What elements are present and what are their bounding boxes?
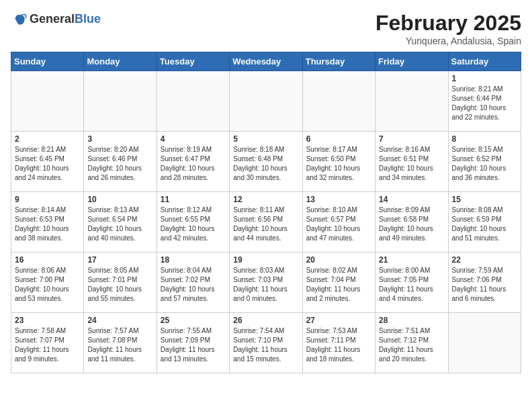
day-info: Sunrise: 8:14 AM Sunset: 6:53 PM Dayligh… <box>15 205 80 243</box>
day-cell: 12Sunrise: 8:11 AM Sunset: 6:56 PM Dayli… <box>230 192 302 253</box>
day-info: Sunrise: 8:11 AM Sunset: 6:56 PM Dayligh… <box>233 205 298 243</box>
day-info: Sunrise: 7:53 AM Sunset: 7:11 PM Dayligh… <box>306 326 371 364</box>
day-cell: 24Sunrise: 7:57 AM Sunset: 7:08 PM Dayli… <box>84 313 157 373</box>
day-cell: 6Sunrise: 8:17 AM Sunset: 6:50 PM Daylig… <box>302 132 375 192</box>
weekday-header-wednesday: Wednesday <box>230 52 302 71</box>
day-info: Sunrise: 8:13 AM Sunset: 6:54 PM Dayligh… <box>87 205 152 243</box>
day-cell: 25Sunrise: 7:55 AM Sunset: 7:09 PM Dayli… <box>157 313 229 373</box>
day-cell: 14Sunrise: 8:09 AM Sunset: 6:58 PM Dayli… <box>375 192 448 253</box>
day-info: Sunrise: 8:16 AM Sunset: 6:51 PM Dayligh… <box>379 145 444 183</box>
day-info: Sunrise: 7:57 AM Sunset: 7:08 PM Dayligh… <box>87 326 152 364</box>
day-cell: 10Sunrise: 8:13 AM Sunset: 6:54 PM Dayli… <box>84 192 157 253</box>
day-cell: 1Sunrise: 8:21 AM Sunset: 6:44 PM Daylig… <box>448 71 521 132</box>
day-cell: 5Sunrise: 8:18 AM Sunset: 6:48 PM Daylig… <box>230 132 302 192</box>
weekday-header-sunday: Sunday <box>11 52 84 71</box>
day-number: 10 <box>87 195 152 204</box>
day-cell: 13Sunrise: 8:10 AM Sunset: 6:57 PM Dayli… <box>302 192 375 253</box>
day-cell <box>448 313 521 373</box>
day-number: 26 <box>233 316 298 325</box>
day-info: Sunrise: 8:05 AM Sunset: 7:01 PM Dayligh… <box>87 266 152 304</box>
weekday-header-saturday: Saturday <box>448 52 521 71</box>
day-info: Sunrise: 8:08 AM Sunset: 6:59 PM Dayligh… <box>452 205 517 243</box>
day-info: Sunrise: 8:09 AM Sunset: 6:58 PM Dayligh… <box>379 205 444 243</box>
day-number: 13 <box>306 195 371 204</box>
day-number: 8 <box>452 134 517 144</box>
day-cell: 9Sunrise: 8:14 AM Sunset: 6:53 PM Daylig… <box>11 192 84 253</box>
day-info: Sunrise: 8:10 AM Sunset: 6:57 PM Dayligh… <box>306 205 371 243</box>
day-number: 6 <box>306 134 371 144</box>
day-cell: 23Sunrise: 7:58 AM Sunset: 7:07 PM Dayli… <box>11 313 84 373</box>
week-row-1: 1Sunrise: 8:21 AM Sunset: 6:44 PM Daylig… <box>11 71 521 132</box>
day-info: Sunrise: 8:20 AM Sunset: 6:46 PM Dayligh… <box>87 145 152 183</box>
day-cell <box>84 71 157 132</box>
day-number: 18 <box>161 255 226 265</box>
day-cell: 20Sunrise: 8:02 AM Sunset: 7:04 PM Dayli… <box>302 253 375 313</box>
day-number: 4 <box>161 134 226 144</box>
logo-blue: Blue <box>75 12 101 26</box>
day-number: 23 <box>15 316 80 325</box>
day-number: 7 <box>379 134 444 144</box>
week-row-3: 9Sunrise: 8:14 AM Sunset: 6:53 PM Daylig… <box>11 192 521 253</box>
page-header: GeneralBlue February 2025 Yunquera, Anda… <box>11 11 521 46</box>
day-cell: 28Sunrise: 7:51 AM Sunset: 7:12 PM Dayli… <box>375 313 448 373</box>
day-cell: 8Sunrise: 8:15 AM Sunset: 6:52 PM Daylig… <box>448 132 521 192</box>
week-row-5: 23Sunrise: 7:58 AM Sunset: 7:07 PM Dayli… <box>11 313 521 373</box>
day-info: Sunrise: 7:58 AM Sunset: 7:07 PM Dayligh… <box>15 326 80 364</box>
day-number: 9 <box>15 195 80 204</box>
day-number: 2 <box>15 134 80 144</box>
day-cell: 22Sunrise: 7:59 AM Sunset: 7:06 PM Dayli… <box>448 253 521 313</box>
day-info: Sunrise: 8:21 AM Sunset: 6:45 PM Dayligh… <box>15 145 80 183</box>
day-info: Sunrise: 8:19 AM Sunset: 6:47 PM Dayligh… <box>161 145 226 183</box>
week-row-2: 2Sunrise: 8:21 AM Sunset: 6:45 PM Daylig… <box>11 132 521 192</box>
logo-general: General <box>30 12 75 26</box>
day-info: Sunrise: 8:00 AM Sunset: 7:05 PM Dayligh… <box>379 266 444 304</box>
day-info: Sunrise: 8:02 AM Sunset: 7:04 PM Dayligh… <box>306 266 371 304</box>
day-number: 24 <box>87 316 152 325</box>
day-number: 27 <box>306 316 371 325</box>
day-cell: 4Sunrise: 8:19 AM Sunset: 6:47 PM Daylig… <box>157 132 229 192</box>
day-cell: 26Sunrise: 7:54 AM Sunset: 7:10 PM Dayli… <box>230 313 302 373</box>
day-cell: 27Sunrise: 7:53 AM Sunset: 7:11 PM Dayli… <box>302 313 375 373</box>
weekday-header-row: SundayMondayTuesdayWednesdayThursdayFrid… <box>11 52 521 71</box>
day-info: Sunrise: 7:54 AM Sunset: 7:10 PM Dayligh… <box>233 326 298 364</box>
day-number: 14 <box>379 195 444 204</box>
day-info: Sunrise: 8:03 AM Sunset: 7:03 PM Dayligh… <box>233 266 298 304</box>
day-cell: 17Sunrise: 8:05 AM Sunset: 7:01 PM Dayli… <box>84 253 157 313</box>
week-row-4: 16Sunrise: 8:06 AM Sunset: 7:00 PM Dayli… <box>11 253 521 313</box>
calendar-table: SundayMondayTuesdayWednesdayThursdayFrid… <box>11 52 521 373</box>
day-number: 17 <box>87 255 152 265</box>
day-cell <box>302 71 375 132</box>
day-number: 16 <box>15 255 80 265</box>
day-info: Sunrise: 8:12 AM Sunset: 6:55 PM Dayligh… <box>161 205 226 243</box>
location: Yunquera, Andalusia, Spain <box>375 36 521 46</box>
day-number: 28 <box>379 316 444 325</box>
day-number: 3 <box>87 134 152 144</box>
weekday-header-tuesday: Tuesday <box>157 52 229 71</box>
day-cell <box>375 71 448 132</box>
weekday-header-monday: Monday <box>84 52 157 71</box>
day-cell: 11Sunrise: 8:12 AM Sunset: 6:55 PM Dayli… <box>157 192 229 253</box>
day-info: Sunrise: 8:06 AM Sunset: 7:00 PM Dayligh… <box>15 266 80 304</box>
day-cell: 19Sunrise: 8:03 AM Sunset: 7:03 PM Dayli… <box>230 253 302 313</box>
day-info: Sunrise: 8:04 AM Sunset: 7:02 PM Dayligh… <box>161 266 226 304</box>
day-info: Sunrise: 8:21 AM Sunset: 6:44 PM Dayligh… <box>452 85 517 122</box>
day-number: 5 <box>233 134 298 144</box>
month-title: February 2025 <box>375 11 521 36</box>
day-number: 11 <box>161 195 226 204</box>
day-info: Sunrise: 7:51 AM Sunset: 7:12 PM Dayligh… <box>379 326 444 364</box>
day-info: Sunrise: 8:18 AM Sunset: 6:48 PM Dayligh… <box>233 145 298 183</box>
day-number: 20 <box>306 255 371 265</box>
day-cell: 16Sunrise: 8:06 AM Sunset: 7:00 PM Dayli… <box>11 253 84 313</box>
day-info: Sunrise: 8:17 AM Sunset: 6:50 PM Dayligh… <box>306 145 371 183</box>
weekday-header-friday: Friday <box>375 52 448 71</box>
day-number: 22 <box>452 255 517 265</box>
logo-icon <box>11 11 27 27</box>
day-cell: 15Sunrise: 8:08 AM Sunset: 6:59 PM Dayli… <box>448 192 521 253</box>
day-number: 15 <box>452 195 517 204</box>
day-number: 21 <box>379 255 444 265</box>
day-info: Sunrise: 7:55 AM Sunset: 7:09 PM Dayligh… <box>161 326 226 364</box>
day-cell <box>11 71 84 132</box>
day-cell: 2Sunrise: 8:21 AM Sunset: 6:45 PM Daylig… <box>11 132 84 192</box>
day-cell: 18Sunrise: 8:04 AM Sunset: 7:02 PM Dayli… <box>157 253 229 313</box>
day-number: 19 <box>233 255 298 265</box>
